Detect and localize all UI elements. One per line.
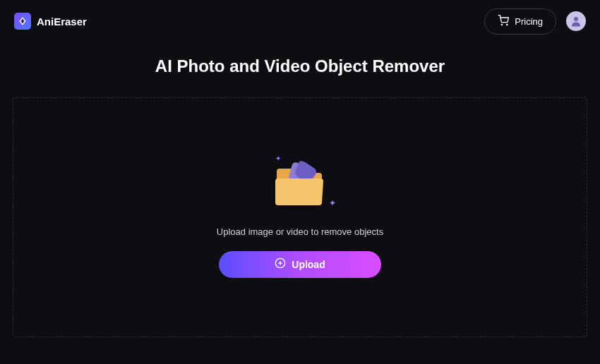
pricing-button[interactable]: Pricing: [484, 8, 556, 35]
upload-dropzone[interactable]: ✦ ✦ Upload image or video to remove obje…: [13, 97, 587, 337]
svg-point-1: [507, 24, 508, 25]
sparkle-icon: ✦: [329, 198, 336, 208]
user-icon: [570, 15, 582, 28]
svg-point-2: [574, 17, 578, 21]
pricing-label: Pricing: [515, 16, 543, 27]
cart-icon: [498, 15, 509, 28]
app-name: AniEraser: [37, 16, 87, 28]
page-title: AI Photo and Video Object Remover: [7, 56, 593, 76]
upload-button-label: Upload: [292, 259, 325, 270]
app-logo-icon: [14, 13, 31, 30]
sparkle-icon: ✦: [275, 154, 281, 162]
svg-point-3: [281, 206, 318, 210]
folder-illustration-icon: ✦ ✦: [268, 157, 332, 212]
main-content: AI Photo and Video Object Remover ✦ ✦ Up…: [0, 42, 600, 344]
upload-instruction-text: Upload image or video to remove objects: [217, 226, 383, 237]
svg-point-0: [502, 24, 503, 25]
app-logo-group[interactable]: AniEraser: [14, 13, 87, 30]
plus-circle-icon: [275, 257, 286, 271]
user-avatar[interactable]: [566, 11, 586, 31]
header: AniEraser Pricing: [0, 0, 600, 42]
upload-button[interactable]: Upload: [219, 251, 381, 278]
header-actions: Pricing: [484, 8, 586, 35]
